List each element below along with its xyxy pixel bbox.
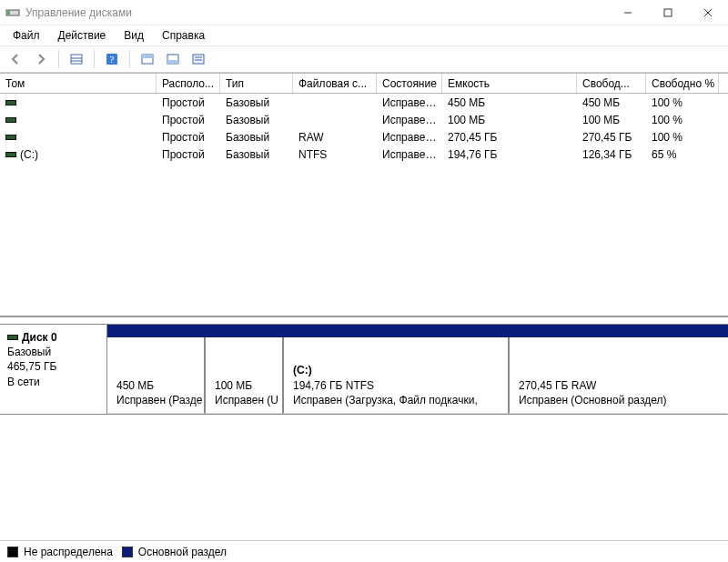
partition-size: 270,45 ГБ RAW <box>519 378 719 393</box>
disk-name-text: Диск 0 <box>22 330 57 345</box>
disk-icon <box>7 335 18 340</box>
toolbar-separator <box>94 50 95 68</box>
volume-icon <box>5 135 16 140</box>
disk-status: В сети <box>7 375 99 389</box>
table-row[interactable]: (C:)ПростойБазовыйNTFSИсправен...194,76 … <box>0 146 728 163</box>
disk-partitions: 450 МБИсправен (Разде100 МБИсправен (U(C… <box>107 325 728 414</box>
col-status[interactable]: Состояние <box>377 74 442 93</box>
partition[interactable]: 450 МБИсправен (Разде <box>107 337 206 414</box>
volume-icon <box>5 152 16 157</box>
partition[interactable]: 270,45 ГБ RAWИсправен (Основной раздел) <box>510 337 726 414</box>
volume-rows: ПростойБазовыйИсправен...450 МБ450 МБ100… <box>0 94 728 163</box>
volume-icon <box>5 100 16 105</box>
table-row[interactable]: ПростойБазовыйИсправен...450 МБ450 МБ100… <box>0 94 728 111</box>
partition-status: Исправен (Основной раздел) <box>519 393 719 407</box>
partition[interactable]: (C:)194,76 ГБ NTFSИсправен (Загрузка, Фа… <box>284 337 510 414</box>
table-row[interactable]: ПростойБазовыйИсправен...100 МБ100 МБ100… <box>0 111 728 128</box>
partition-status: Исправен (Загрузка, Файл подкачки, <box>293 393 500 407</box>
close-button[interactable] <box>688 0 728 25</box>
col-capacity[interactable]: Емкость <box>442 74 577 93</box>
svg-rect-15 <box>193 55 204 64</box>
menu-action[interactable]: Действие <box>49 27 116 44</box>
window-controls <box>608 0 728 25</box>
svg-rect-14 <box>167 60 178 64</box>
partition-row: 450 МБИсправен (Разде100 МБИсправен (U(C… <box>107 337 728 414</box>
disk-size: 465,75 ГБ <box>7 359 99 374</box>
col-fs[interactable]: Файловая с... <box>293 74 377 93</box>
partition-status: Исправен (U <box>215 393 275 407</box>
col-layout[interactable]: Располо... <box>157 74 220 93</box>
volume-icon <box>5 117 16 123</box>
partition-status: Исправен (Разде <box>116 393 197 407</box>
svg-text:?: ? <box>110 54 115 65</box>
menu-help[interactable]: Справка <box>153 27 214 44</box>
titlebar: Управление дисками <box>0 0 728 25</box>
partition[interactable]: 100 МБИсправен (U <box>206 337 284 414</box>
svg-rect-12 <box>142 55 153 58</box>
legend-primary: Основной раздел <box>138 546 227 558</box>
help-button[interactable]: ? <box>102 49 122 69</box>
partition-size: 100 МБ <box>215 378 275 393</box>
disk-type: Базовый <box>7 345 99 359</box>
pane-splitter[interactable] <box>0 316 728 324</box>
svg-rect-6 <box>71 55 82 64</box>
legend: Не распределена Основной раздел <box>0 540 728 562</box>
col-freepct[interactable]: Свободно % <box>646 74 719 93</box>
view-top-button[interactable] <box>137 49 157 69</box>
forward-button[interactable] <box>31 49 51 69</box>
disk-name: Диск 0 <box>7 330 99 345</box>
disk-color-bar <box>107 325 728 337</box>
partition-size: 194,76 ГБ NTFS <box>293 378 500 393</box>
legend-swatch-unallocated <box>7 547 18 557</box>
toolbar-separator <box>129 50 130 68</box>
svg-rect-3 <box>664 9 672 16</box>
legend-swatch-primary <box>122 547 133 557</box>
properties-button[interactable] <box>188 49 208 69</box>
menu-view[interactable]: Вид <box>115 27 153 44</box>
menubar: Файл Действие Вид Справка <box>0 25 728 45</box>
svg-rect-1 <box>7 11 10 15</box>
view-list-button[interactable] <box>66 49 86 69</box>
volume-list-header[interactable]: Том Располо... Тип Файловая с... Состоян… <box>0 74 728 94</box>
view-bottom-button[interactable] <box>163 49 183 69</box>
toolbar: ? <box>0 45 728 73</box>
legend-unallocated: Не распределена <box>24 546 113 558</box>
back-button[interactable] <box>5 49 25 69</box>
col-type[interactable]: Тип <box>220 74 293 93</box>
col-free[interactable]: Свобод... <box>577 74 646 93</box>
volume-name: (C:) <box>20 148 38 161</box>
disk-info[interactable]: Диск 0 Базовый 465,75 ГБ В сети <box>0 325 107 414</box>
maximize-button[interactable] <box>648 0 688 25</box>
menu-file[interactable]: Файл <box>4 27 49 44</box>
partition-size: 450 МБ <box>116 378 197 393</box>
partition-label: (C:) <box>293 363 500 377</box>
col-tom[interactable]: Том <box>0 74 157 93</box>
minimize-button[interactable] <box>608 0 648 25</box>
toolbar-separator <box>58 50 59 68</box>
app-icon <box>5 5 20 20</box>
table-row[interactable]: ПростойБазовыйRAWИсправен...270,45 ГБ270… <box>0 128 728 146</box>
disk-map[interactable]: Диск 0 Базовый 465,75 ГБ В сети 450 МБИс… <box>0 324 728 415</box>
volume-list[interactable]: Том Располо... Тип Файловая с... Состоян… <box>0 73 728 316</box>
window-title: Управление дисками <box>25 6 132 19</box>
